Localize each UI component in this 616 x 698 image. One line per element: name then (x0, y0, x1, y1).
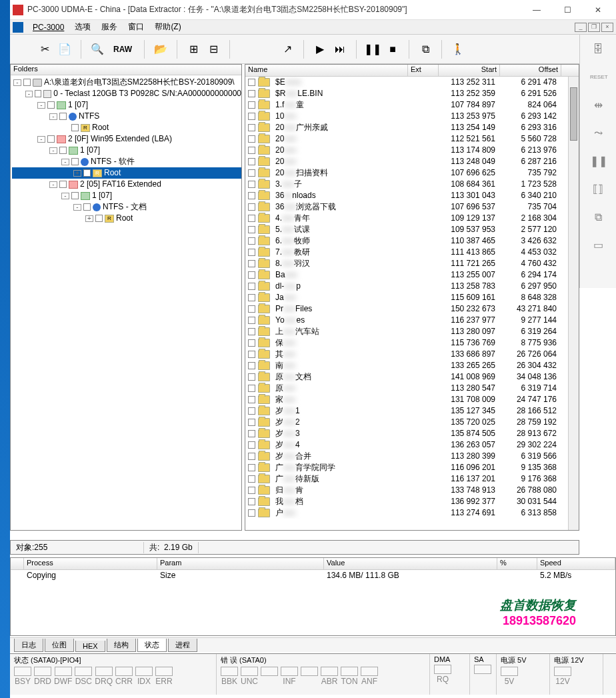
file-row[interactable]: 其xxx133 686 89726 726 064 (245, 349, 579, 360)
tree-node[interactable]: +RRoot (12, 167, 241, 179)
row-checkbox[interactable] (248, 113, 255, 120)
row-checkbox[interactable] (248, 385, 255, 392)
row-checkbox[interactable] (248, 226, 255, 233)
copy-icon[interactable]: ⧉ (416, 40, 435, 59)
tree-collapse-icon[interactable]: ⊟ (204, 40, 223, 59)
col-ext[interactable]: Ext (408, 65, 439, 76)
tab-位图[interactable]: 位图 (45, 639, 74, 652)
file-row[interactable]: 保xxx115 736 7698 775 936 (245, 337, 579, 349)
row-checkbox[interactable] (248, 328, 255, 335)
file-row[interactable]: 10xxx113 253 9756 293 142 (245, 111, 579, 122)
row-checkbox[interactable] (248, 373, 255, 381)
file-row[interactable]: 原xxx113 280 5476 319 714 (245, 383, 579, 394)
step-icon[interactable]: ⏭ (331, 40, 349, 59)
row-checkbox[interactable] (248, 294, 255, 301)
file-row[interactable]: 7.xxx教研111 413 8654 453 032 (245, 247, 579, 258)
file-row[interactable]: 3.xxx子108 684 3611 723 528 (245, 179, 579, 190)
file-row[interactable]: 南xxx133 265 26526 304 432 (245, 360, 579, 371)
tree-node[interactable]: -1 [07] (12, 190, 241, 201)
row-checkbox[interactable] (248, 430, 255, 437)
col-offset[interactable]: Offset (500, 65, 561, 76)
mdi-restore-icon[interactable]: ❐ (588, 23, 600, 32)
col-pct[interactable]: % (497, 558, 537, 569)
connector-icon[interactable]: ⤳ (590, 125, 606, 141)
file-row[interactable]: 1.fxxx童107 784 897824 064 (245, 99, 579, 111)
tree-node[interactable]: -NTFS - 文档 (12, 201, 241, 213)
file-row[interactable]: Yoxxxes116 237 9779 277 144 (245, 315, 579, 326)
file-row[interactable]: 6.xxx牧师110 387 4653 426 632 (245, 235, 579, 247)
folder-tree[interactable]: -A:\泉道老刘台电T3固态SM2258H长忙BSY-20180909\-0 -… (11, 75, 241, 224)
menu-window[interactable]: 窗口 (123, 20, 149, 34)
file-row[interactable]: 岁xxx3135 874 50528 913 672 (245, 428, 579, 439)
chip-icon[interactable]: ▭ (590, 237, 606, 253)
row-checkbox[interactable] (248, 475, 255, 483)
file-row[interactable]: Jaxxx115 609 1618 648 328 (245, 292, 579, 303)
row-checkbox[interactable] (248, 487, 255, 494)
tree-node[interactable]: +RRoot (12, 213, 241, 224)
file-row[interactable]: 8.xxx羽汉111 721 2654 760 432 (245, 258, 579, 269)
col-speed[interactable]: Speed (537, 558, 615, 569)
row-checkbox[interactable] (248, 271, 255, 279)
row-checkbox[interactable] (248, 351, 255, 358)
row-checkbox[interactable] (248, 453, 255, 460)
slider-icon[interactable]: ⇹ (590, 97, 606, 113)
tools-icon[interactable]: ✂ (35, 40, 54, 59)
row-checkbox[interactable] (248, 90, 255, 97)
file-row[interactable]: 岁xxx4136 263 05729 302 224 (245, 439, 579, 451)
file-row[interactable]: 广xxx待新版116 137 2019 176 368 (245, 473, 579, 485)
binoculars-icon[interactable]: 🔍 (88, 40, 107, 59)
file-row[interactable]: 岁xxx2135 720 02528 759 192 (245, 417, 579, 428)
maximize-button[interactable]: ☐ (552, 0, 583, 20)
row-checkbox[interactable] (248, 283, 255, 290)
file-row[interactable]: 上xxx汽车站113 280 0976 319 264 (245, 326, 579, 337)
row-checkbox[interactable] (248, 317, 255, 324)
pause-icon[interactable]: ❚❚ (363, 40, 382, 59)
file-row[interactable]: $Exxxx113 252 3116 291 478 (245, 77, 579, 88)
file-row[interactable]: PrxxxFiles150 232 67343 271 840 (245, 303, 579, 315)
tab-日志[interactable]: 日志 (14, 639, 43, 652)
row-checkbox[interactable] (248, 203, 255, 211)
tree-node[interactable]: -2 [0F] Win95 Extended (LBA) (12, 133, 241, 145)
row-checkbox[interactable] (248, 158, 255, 165)
file-row[interactable]: 户xxx113 274 6916 313 858 (245, 507, 579, 519)
tree-node[interactable]: -2 [05] FAT16 Extended (12, 179, 241, 190)
menu-options[interactable]: 选项 (69, 20, 96, 34)
reset-icon[interactable]: RESET (590, 69, 606, 85)
col-param[interactable]: Param (157, 558, 324, 569)
file-row[interactable]: 20xxx广州亲戚113 254 1496 293 316 (245, 122, 579, 133)
file-row[interactable]: Baxxx113 255 0076 294 174 (245, 269, 579, 281)
menu-pc3000[interactable]: PC-3000 (27, 21, 69, 33)
row-checkbox[interactable] (248, 215, 255, 222)
mdi-close-icon[interactable]: × (601, 23, 613, 32)
row-checkbox[interactable] (248, 260, 255, 267)
tree-node[interactable]: -1 [07] (12, 145, 241, 156)
tree-node[interactable]: RRoot (12, 122, 241, 133)
row-checkbox[interactable] (248, 101, 255, 109)
db-icon[interactable]: 🗄 (590, 41, 606, 57)
document-icon[interactable]: 📄 (55, 40, 74, 59)
row-checkbox[interactable] (248, 509, 255, 517)
tree-node[interactable]: -A:\泉道老刘台电T3固态SM2258H长忙BSY-20180909\ (12, 77, 241, 88)
file-row[interactable]: 归xxx肯133 748 91326 788 080 (245, 485, 579, 496)
file-row[interactable]: 20xxx112 521 5615 560 728 (245, 133, 579, 145)
file-row[interactable]: dl-xxxp113 258 7836 297 950 (245, 281, 579, 292)
tab-进程[interactable]: 进程 (168, 639, 197, 652)
row-checkbox[interactable] (248, 498, 255, 505)
tab-状态[interactable]: 状态 (137, 639, 167, 652)
row-checkbox[interactable] (248, 79, 255, 86)
row-checkbox[interactable] (248, 124, 255, 131)
row-checkbox[interactable] (248, 419, 255, 426)
tree-expand-icon[interactable]: ⊞ (184, 40, 203, 59)
file-row[interactable]: 广xxx育学院同学116 096 2019 135 368 (245, 462, 579, 473)
file-row[interactable]: 岁xxx1135 127 34528 166 512 (245, 405, 579, 417)
vertical-scrollbar[interactable] (568, 77, 579, 530)
row-checkbox[interactable] (248, 181, 255, 188)
close-button[interactable]: ✕ (583, 0, 613, 20)
layers-icon[interactable]: ⧉ (590, 209, 606, 225)
row-checkbox[interactable] (248, 135, 255, 143)
tree-node[interactable]: -0 - Teclast 120GB T3 P0928C S/N:AA00000… (12, 88, 241, 99)
row-checkbox[interactable] (248, 169, 255, 177)
row-checkbox[interactable] (248, 249, 255, 256)
row-checkbox[interactable] (248, 192, 255, 199)
row-checkbox[interactable] (248, 464, 255, 471)
